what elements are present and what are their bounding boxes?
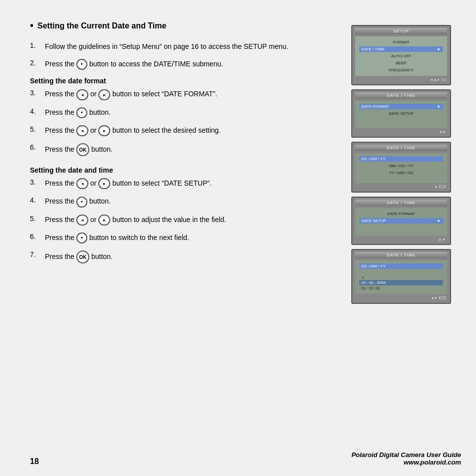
screen-title: SETUP (355, 28, 447, 34)
screen-footer: ▲ OK (355, 185, 447, 189)
camera-screen-5: DATE / TIME DD / MM / YY ▼ 00 : 00 : 200… (351, 249, 451, 304)
footer-brand: Polaroid Digital Camera User Guide (351, 451, 461, 459)
screen-title: DATE / TIME (355, 252, 447, 258)
down-scroll-icon: ▸ (98, 215, 110, 226)
ok-badge: OK (439, 296, 446, 300)
step-text: Press the ◂ or ▸ button to select “DATE … (45, 89, 217, 100)
main-heading: • Setting the Current Date and Time (30, 20, 341, 31)
step-number: 5. (30, 215, 45, 223)
step-number: 1. (30, 41, 45, 49)
left-column: • Setting the Current Date and Time 1. F… (30, 20, 351, 461)
nav-arrows: ▲ OK (434, 185, 446, 189)
step-item: 5. Press the ◂ or ▸ button to adjust the… (30, 215, 341, 226)
menu-item: YY / MM / DD (359, 170, 443, 176)
menu-item-selected: DATE / TIME ► (359, 46, 443, 52)
camera-screen-4: DATE / TIME DATE FORMAT DATE SETUP ► ▲ ► (351, 197, 451, 245)
screen-footer: ▼► (355, 130, 447, 134)
step-text: Press the ▾ button to switch to the next… (45, 233, 189, 243)
screen-footer: ◄▲► 1/2 (355, 78, 447, 81)
menu-item-selected: DATE FORMAT ► (359, 104, 443, 109)
camera-screen-3: DATE / TIME DD / MM / YY MM / DD / YY YY… (351, 142, 451, 193)
screen-title: DATE / TIME (355, 92, 447, 99)
ok-button-icon: OK (76, 143, 89, 156)
nav-button-icon: ▾ (76, 197, 87, 208)
data-row: ▼ (359, 275, 443, 280)
step-item: 1. Follow the guidelines in “Setup Menu”… (30, 41, 341, 52)
up-scroll-icon: ◂ (76, 178, 88, 189)
step-text: Press the OK button. (45, 250, 113, 263)
up-scroll-icon: ◂ (76, 215, 88, 226)
up-scroll-icon: ◂ (76, 89, 88, 100)
page-footer: 18 Polaroid Digital Camera User Guide ww… (30, 451, 461, 466)
screen-body: DD / MM / YY MM / DD / YY YY / MM / DD (355, 153, 447, 183)
screen-title: DATE / TIME (355, 200, 447, 206)
step-item: 4. Press the ▾ button. (30, 196, 341, 207)
step-text: Press the ▾ button to access the DATE/TI… (45, 59, 223, 70)
step-item: 6. Press the OK button. (30, 143, 341, 156)
screen-body: DATE FORMAT DATE SETUP ► (355, 208, 447, 236)
menu-item: BEEP (359, 60, 443, 66)
step-number: 4. (30, 196, 45, 204)
down-scroll-icon: ▸ (98, 178, 110, 189)
down-scroll-icon: ▸ (98, 125, 110, 136)
data-row: 01 : 01 :01 (359, 285, 443, 291)
nav-arrows: ▲► OK (431, 296, 446, 300)
step-number: 7. (30, 250, 45, 258)
step-number: 6. (30, 143, 45, 151)
nav-arrows: ◄▲► 1/2 (430, 78, 446, 81)
step-item: 4. Press the ▾ button. (30, 107, 341, 118)
menu-item: AUTO OFF (359, 53, 443, 59)
step-text: Follow the guidelines in “Setup Menu” on… (45, 41, 288, 52)
screen-body: FORMAT DATE / TIME ► AUTO OFF BEEP FREQU… (355, 36, 447, 76)
bullet-icon: • (30, 20, 33, 31)
menu-item: MM / DD / YY (359, 163, 443, 169)
nav-button-icon: ▾ (76, 59, 87, 70)
nav-button-icon: ▾ (76, 107, 87, 118)
screen-footer: ▲► OK (355, 296, 447, 300)
nav-arrows: ▲ ► (438, 238, 446, 241)
step-number: 3. (30, 178, 45, 186)
intro-steps: 1. Follow the guidelines in “Setup Menu”… (30, 41, 341, 70)
menu-item: DATE SETUP (359, 111, 443, 116)
step-item: 6. Press the ▾ button to switch to the n… (30, 233, 341, 243)
menu-item-selected: DATE SETUP ► (359, 218, 443, 224)
screen-body: DATE FORMAT ► DATE SETUP (355, 101, 447, 128)
step-item: 3. Press the ◂ or ▸ button to select “DA… (30, 89, 341, 100)
footer-url: www.polaroid.com (351, 459, 461, 466)
step-text: Press the ▾ button. (45, 107, 111, 118)
step-number: 5. (30, 125, 45, 133)
date-format-section: Setting the date format 3. Press the ◂ o… (30, 77, 341, 156)
step-item: 5. Press the ◂ or ▸ button to select the… (30, 125, 341, 136)
data-rows: ▼ 00 : 00 : 2006 01 : 01 :01 (359, 273, 443, 291)
menu-item: FREQUENCY (359, 67, 443, 73)
page-title: Setting the Current Date and Time (37, 21, 166, 30)
step-number: 6. (30, 233, 45, 240)
data-row-selected: 00 : 00 : 2006 (359, 280, 443, 285)
step-text: Press the ◂ or ▸ button to select the de… (45, 125, 221, 136)
section-heading: Setting the date format (30, 77, 341, 85)
up-scroll-icon: ◂ (76, 125, 88, 136)
page-number: 18 (30, 457, 39, 466)
step-item: 7. Press the OK button. (30, 250, 341, 263)
footer-brand-text: Polaroid Digital Camera User Guide www.p… (351, 451, 461, 466)
screen-body: DD / MM / YY ▼ 00 : 00 : 2006 01 : 01 :0… (355, 260, 447, 294)
menu-item: DATE FORMAT (359, 211, 443, 217)
date-format-row: DD / MM / YY (359, 263, 443, 269)
ok-badge: OK (439, 185, 446, 189)
page: • Setting the Current Date and Time 1. F… (0, 0, 476, 476)
step-number: 4. (30, 107, 45, 115)
camera-screen-1: SETUP FORMAT DATE / TIME ► AUTO OFF BEEP… (351, 25, 451, 85)
step-text: Press the ◂ or ▸ button to adjust the va… (45, 215, 226, 226)
ok-button-icon: OK (76, 250, 89, 263)
step-text: Press the ▾ button. (45, 196, 111, 207)
menu-item: FORMAT (359, 39, 443, 45)
right-column: SETUP FORMAT DATE / TIME ► AUTO OFF BEEP… (351, 20, 461, 461)
screen-footer: ▲ ► (355, 238, 447, 241)
menu-item-selected: DD / MM / YY (359, 156, 443, 162)
section-heading: Setting the date and time (30, 166, 341, 174)
step-item: 2. Press the ▾ button to access the DATE… (30, 59, 341, 70)
step-item: 3. Press the ◂ or ▸ button to select “DA… (30, 178, 341, 189)
step-text: Press the OK button. (45, 143, 113, 156)
step-number: 3. (30, 89, 45, 97)
screen-title: DATE / TIME (355, 145, 447, 151)
